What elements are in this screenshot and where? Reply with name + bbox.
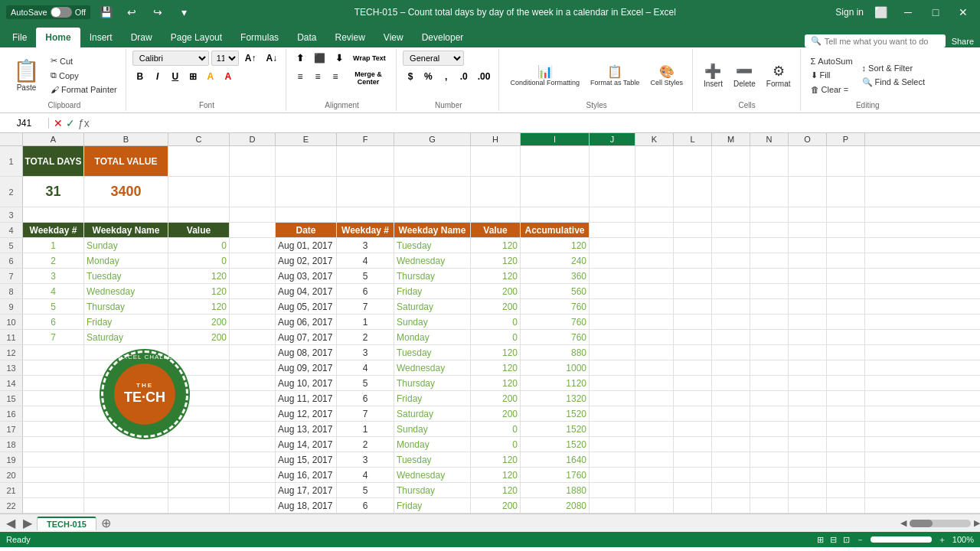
row-num-15[interactable]: 15	[0, 391, 23, 406]
row-num-10[interactable]: 10	[0, 315, 23, 330]
tab-insert[interactable]: Insert	[80, 28, 122, 47]
align-center-button[interactable]: ≡	[310, 69, 325, 84]
save-button[interactable]: 💾	[95, 2, 116, 23]
row-num-14[interactable]: 14	[0, 376, 23, 391]
cell-e16[interactable]: Aug 12, 2017	[276, 406, 337, 421]
cell-b21[interactable]	[84, 483, 168, 497]
cell-m13[interactable]	[712, 360, 750, 375]
cell-o21[interactable]	[789, 483, 827, 497]
cell-o14[interactable]	[789, 376, 827, 390]
cell-k15[interactable]	[635, 391, 674, 406]
sort-filter-button[interactable]: ↕ Sort & Filter	[858, 62, 929, 74]
row-num-9[interactable]: 9	[0, 299, 23, 315]
cell-e2[interactable]	[276, 177, 337, 207]
minimize-button[interactable]: ─	[897, 2, 919, 23]
redo-button[interactable]: ↪	[147, 2, 168, 23]
scroll-left-icon[interactable]: ▶	[974, 518, 980, 528]
row-num-20[interactable]: 20	[0, 468, 23, 483]
cell-g10[interactable]: Sunday	[394, 315, 471, 329]
cell-d18[interactable]	[230, 437, 276, 452]
cell-o2[interactable]	[789, 177, 827, 207]
cell-b19[interactable]	[84, 452, 168, 467]
cell-a14[interactable]	[23, 376, 84, 390]
cell-j22[interactable]	[590, 498, 635, 513]
cell-l2[interactable]	[674, 177, 712, 207]
cell-p17[interactable]	[827, 422, 865, 436]
cell-g17[interactable]: Sunday	[394, 422, 471, 436]
cell-g4[interactable]: Weekday Name	[394, 223, 471, 237]
cell-c5[interactable]: 0	[168, 238, 230, 253]
cell-g21[interactable]: Thursday	[394, 483, 471, 497]
cell-d22[interactable]	[230, 498, 276, 513]
cell-i2[interactable]	[521, 177, 590, 207]
cell-n6[interactable]	[750, 253, 789, 268]
cell-j21[interactable]	[590, 483, 635, 497]
cell-l10[interactable]	[674, 315, 712, 329]
cell-h5[interactable]: 120	[471, 238, 521, 253]
cell-o8[interactable]	[789, 284, 827, 298]
cell-f20[interactable]: 4	[337, 468, 394, 482]
cell-h14[interactable]: 120	[471, 376, 521, 390]
delete-button[interactable]: ➖ Delete	[729, 60, 760, 91]
tab-draw[interactable]: Draw	[122, 28, 162, 47]
align-middle-button[interactable]: ⬛	[310, 51, 329, 66]
cell-o20[interactable]	[789, 468, 827, 482]
cell-c11[interactable]: 200	[168, 330, 230, 344]
col-header-f[interactable]: F	[337, 133, 394, 145]
cell-k13[interactable]	[635, 360, 674, 375]
cell-i9[interactable]: 760	[521, 299, 590, 314]
cell-l20[interactable]	[674, 468, 712, 482]
page-layout-icon[interactable]: ⊟	[830, 535, 837, 545]
bold-button[interactable]: B	[132, 69, 148, 84]
tab-view[interactable]: View	[374, 28, 413, 47]
cell-j6[interactable]	[590, 253, 635, 268]
cell-k20[interactable]	[635, 468, 674, 482]
cell-a18[interactable]	[23, 437, 84, 452]
col-header-o[interactable]: O	[789, 133, 827, 145]
align-right-button[interactable]: ≡	[328, 69, 343, 84]
col-header-a[interactable]: A	[23, 133, 84, 145]
cell-n19[interactable]	[750, 452, 789, 467]
cell-d8[interactable]	[230, 284, 276, 298]
cell-o16[interactable]	[789, 406, 827, 421]
cell-j10[interactable]	[590, 315, 635, 329]
row-num-22[interactable]: 22	[0, 498, 23, 514]
align-bottom-button[interactable]: ⬇	[332, 51, 347, 66]
cell-j12[interactable]	[590, 345, 635, 360]
merge-center-button[interactable]: Merge & Center	[345, 69, 391, 84]
cell-p3[interactable]	[827, 207, 865, 222]
cell-g6[interactable]: Wednesday	[394, 253, 471, 268]
number-format-select[interactable]: General	[403, 51, 464, 66]
cell-n8[interactable]	[750, 284, 789, 298]
font-color-button[interactable]: A	[220, 69, 236, 84]
cell-e10[interactable]: Aug 06, 2017	[276, 315, 337, 329]
cell-l1[interactable]	[674, 146, 712, 176]
cell-a19[interactable]	[23, 452, 84, 467]
cell-f18[interactable]: 2	[337, 437, 394, 452]
tab-page-layout[interactable]: Page Layout	[162, 28, 231, 47]
cell-styles-button[interactable]: 🎨 Cell Styles	[645, 61, 688, 90]
find-select-button[interactable]: 🔍 Find & Select	[858, 76, 929, 89]
col-header-c[interactable]: C	[168, 133, 230, 145]
col-header-l[interactable]: L	[674, 133, 712, 145]
row-num-17[interactable]: 17	[0, 422, 23, 437]
cell-h16[interactable]: 200	[471, 406, 521, 421]
cell-i5[interactable]: 120	[521, 238, 590, 253]
cell-i22[interactable]: 2080	[521, 498, 590, 513]
cell-d1[interactable]	[230, 146, 276, 176]
scroll-tabs-left[interactable]: ◀	[3, 516, 18, 530]
search-input[interactable]	[825, 37, 939, 46]
cell-g18[interactable]: Monday	[394, 437, 471, 452]
cell-f7[interactable]: 5	[337, 269, 394, 283]
cell-o4[interactable]	[789, 223, 827, 237]
col-header-d[interactable]: D	[230, 133, 276, 145]
cell-f21[interactable]: 5	[337, 483, 394, 497]
cell-n3[interactable]	[750, 207, 789, 222]
cell-a20[interactable]	[23, 468, 84, 482]
cell-f11[interactable]: 2	[337, 330, 394, 344]
cell-f8[interactable]: 6	[337, 284, 394, 298]
row-num-6[interactable]: 6	[0, 253, 23, 269]
cell-p9[interactable]	[827, 299, 865, 314]
sheet-tab-tech015[interactable]: TECH-015	[37, 517, 96, 530]
col-header-m[interactable]: M	[712, 133, 750, 145]
